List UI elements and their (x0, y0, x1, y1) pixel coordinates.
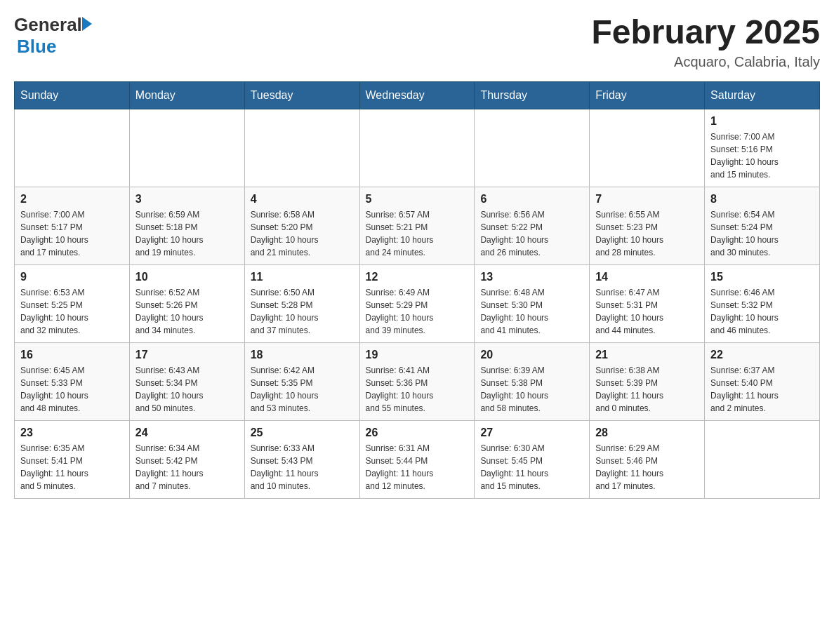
day-info: Sunrise: 6:59 AM Sunset: 5:18 PM Dayligh… (135, 208, 239, 259)
day-number: 2 (20, 193, 124, 206)
calendar-week-4: 16Sunrise: 6:45 AM Sunset: 5:33 PM Dayli… (15, 342, 820, 420)
logo-blue: Blue (17, 36, 56, 58)
day-info: Sunrise: 6:33 AM Sunset: 5:43 PM Dayligh… (251, 442, 354, 492)
day-number: 25 (251, 427, 354, 439)
day-number: 7 (595, 193, 699, 206)
day-number: 20 (480, 349, 583, 361)
day-number: 12 (366, 271, 469, 283)
day-info: Sunrise: 6:35 AM Sunset: 5:41 PM Dayligh… (20, 442, 124, 492)
day-number: 13 (480, 271, 583, 283)
calendar-cell: 6Sunrise: 6:56 AM Sunset: 5:22 PM Daylig… (475, 187, 590, 264)
day-info: Sunrise: 6:31 AM Sunset: 5:44 PM Dayligh… (366, 442, 469, 492)
calendar-cell (129, 109, 244, 187)
day-info: Sunrise: 6:30 AM Sunset: 5:45 PM Dayligh… (480, 442, 583, 492)
day-info: Sunrise: 7:00 AM Sunset: 5:17 PM Dayligh… (20, 208, 124, 259)
day-number: 9 (20, 271, 124, 283)
day-number: 15 (710, 271, 814, 283)
day-number: 10 (135, 271, 239, 283)
day-header-thursday: Thursday (475, 81, 590, 109)
calendar-cell: 20Sunrise: 6:39 AM Sunset: 5:38 PM Dayli… (475, 342, 590, 420)
day-number: 5 (366, 193, 469, 206)
day-info: Sunrise: 6:58 AM Sunset: 5:20 PM Dayligh… (251, 208, 354, 259)
day-number: 28 (595, 427, 699, 439)
calendar-week-2: 2Sunrise: 7:00 AM Sunset: 5:17 PM Daylig… (15, 187, 820, 264)
calendar-cell: 4Sunrise: 6:58 AM Sunset: 5:20 PM Daylig… (244, 187, 359, 264)
calendar-week-3: 9Sunrise: 6:53 AM Sunset: 5:25 PM Daylig… (15, 264, 820, 342)
day-info: Sunrise: 6:38 AM Sunset: 5:39 PM Dayligh… (595, 364, 699, 415)
calendar-cell: 19Sunrise: 6:41 AM Sunset: 5:36 PM Dayli… (359, 342, 475, 420)
calendar-table: SundayMondayTuesdayWednesdayThursdayFrid… (14, 81, 820, 499)
calendar-cell: 1Sunrise: 7:00 AM Sunset: 5:16 PM Daylig… (705, 109, 820, 187)
calendar-cell (359, 109, 475, 187)
day-info: Sunrise: 6:54 AM Sunset: 5:24 PM Dayligh… (710, 208, 814, 259)
calendar-cell: 26Sunrise: 6:31 AM Sunset: 5:44 PM Dayli… (359, 420, 475, 498)
calendar-week-5: 23Sunrise: 6:35 AM Sunset: 5:41 PM Dayli… (15, 420, 820, 498)
calendar-cell: 21Sunrise: 6:38 AM Sunset: 5:39 PM Dayli… (590, 342, 705, 420)
day-header-friday: Friday (590, 81, 705, 109)
calendar-cell: 17Sunrise: 6:43 AM Sunset: 5:34 PM Dayli… (129, 342, 244, 420)
day-info: Sunrise: 6:47 AM Sunset: 5:31 PM Dayligh… (595, 286, 699, 337)
logo-general: General (14, 14, 82, 36)
calendar-cell: 27Sunrise: 6:30 AM Sunset: 5:45 PM Dayli… (475, 420, 590, 498)
day-number: 3 (135, 193, 239, 206)
day-info: Sunrise: 6:50 AM Sunset: 5:28 PM Dayligh… (251, 286, 354, 337)
day-number: 26 (366, 427, 469, 439)
calendar-cell: 23Sunrise: 6:35 AM Sunset: 5:41 PM Dayli… (15, 420, 130, 498)
calendar-cell: 25Sunrise: 6:33 AM Sunset: 5:43 PM Dayli… (244, 420, 359, 498)
day-number: 8 (710, 193, 814, 206)
day-header-tuesday: Tuesday (244, 81, 359, 109)
calendar-cell (705, 420, 820, 498)
calendar-cell: 3Sunrise: 6:59 AM Sunset: 5:18 PM Daylig… (129, 187, 244, 264)
calendar-cell: 10Sunrise: 6:52 AM Sunset: 5:26 PM Dayli… (129, 264, 244, 342)
day-info: Sunrise: 6:57 AM Sunset: 5:21 PM Dayligh… (366, 208, 469, 259)
day-number: 1 (710, 115, 814, 128)
calendar-cell: 28Sunrise: 6:29 AM Sunset: 5:46 PM Dayli… (590, 420, 705, 498)
day-header-saturday: Saturday (705, 81, 820, 109)
calendar-cell: 13Sunrise: 6:48 AM Sunset: 5:30 PM Dayli… (475, 264, 590, 342)
day-number: 17 (135, 349, 239, 361)
day-number: 19 (366, 349, 469, 361)
day-info: Sunrise: 6:49 AM Sunset: 5:29 PM Dayligh… (366, 286, 469, 337)
day-info: Sunrise: 6:52 AM Sunset: 5:26 PM Dayligh… (135, 286, 239, 337)
day-info: Sunrise: 6:55 AM Sunset: 5:23 PM Dayligh… (595, 208, 699, 259)
day-info: Sunrise: 6:48 AM Sunset: 5:30 PM Dayligh… (480, 286, 583, 337)
logo-arrow-icon (82, 17, 92, 31)
calendar-cell (15, 109, 130, 187)
day-number: 4 (251, 193, 354, 206)
day-header-monday: Monday (129, 81, 244, 109)
day-info: Sunrise: 6:43 AM Sunset: 5:34 PM Dayligh… (135, 364, 239, 415)
day-number: 21 (595, 349, 699, 361)
day-number: 14 (595, 271, 699, 283)
day-info: Sunrise: 6:37 AM Sunset: 5:40 PM Dayligh… (710, 364, 814, 415)
day-info: Sunrise: 6:53 AM Sunset: 5:25 PM Dayligh… (20, 286, 124, 337)
title-section: February 2025 Acquaro, Calabria, Italy (591, 14, 820, 70)
day-info: Sunrise: 6:42 AM Sunset: 5:35 PM Dayligh… (251, 364, 354, 415)
calendar-week-1: 1Sunrise: 7:00 AM Sunset: 5:16 PM Daylig… (15, 109, 820, 187)
page-header: General Blue February 2025 Acquaro, Cala… (14, 14, 820, 70)
calendar-cell (590, 109, 705, 187)
day-info: Sunrise: 6:45 AM Sunset: 5:33 PM Dayligh… (20, 364, 124, 415)
calendar-cell: 8Sunrise: 6:54 AM Sunset: 5:24 PM Daylig… (705, 187, 820, 264)
calendar-cell (244, 109, 359, 187)
day-info: Sunrise: 6:41 AM Sunset: 5:36 PM Dayligh… (366, 364, 469, 415)
header-row: SundayMondayTuesdayWednesdayThursdayFrid… (15, 81, 820, 109)
calendar-cell: 12Sunrise: 6:49 AM Sunset: 5:29 PM Dayli… (359, 264, 475, 342)
day-number: 6 (480, 193, 583, 206)
calendar-cell: 11Sunrise: 6:50 AM Sunset: 5:28 PM Dayli… (244, 264, 359, 342)
day-number: 11 (251, 271, 354, 283)
calendar-cell: 14Sunrise: 6:47 AM Sunset: 5:31 PM Dayli… (590, 264, 705, 342)
calendar-cell: 5Sunrise: 6:57 AM Sunset: 5:21 PM Daylig… (359, 187, 475, 264)
calendar-cell (475, 109, 590, 187)
month-title: February 2025 (591, 14, 820, 51)
calendar-cell: 18Sunrise: 6:42 AM Sunset: 5:35 PM Dayli… (244, 342, 359, 420)
logo: General Blue (14, 14, 92, 58)
calendar-cell: 24Sunrise: 6:34 AM Sunset: 5:42 PM Dayli… (129, 420, 244, 498)
day-number: 27 (480, 427, 583, 439)
day-header-wednesday: Wednesday (359, 81, 475, 109)
day-info: Sunrise: 6:56 AM Sunset: 5:22 PM Dayligh… (480, 208, 583, 259)
day-info: Sunrise: 6:39 AM Sunset: 5:38 PM Dayligh… (480, 364, 583, 415)
day-number: 16 (20, 349, 124, 361)
calendar-cell: 15Sunrise: 6:46 AM Sunset: 5:32 PM Dayli… (705, 264, 820, 342)
day-info: Sunrise: 6:46 AM Sunset: 5:32 PM Dayligh… (710, 286, 814, 337)
calendar-cell: 2Sunrise: 7:00 AM Sunset: 5:17 PM Daylig… (15, 187, 130, 264)
